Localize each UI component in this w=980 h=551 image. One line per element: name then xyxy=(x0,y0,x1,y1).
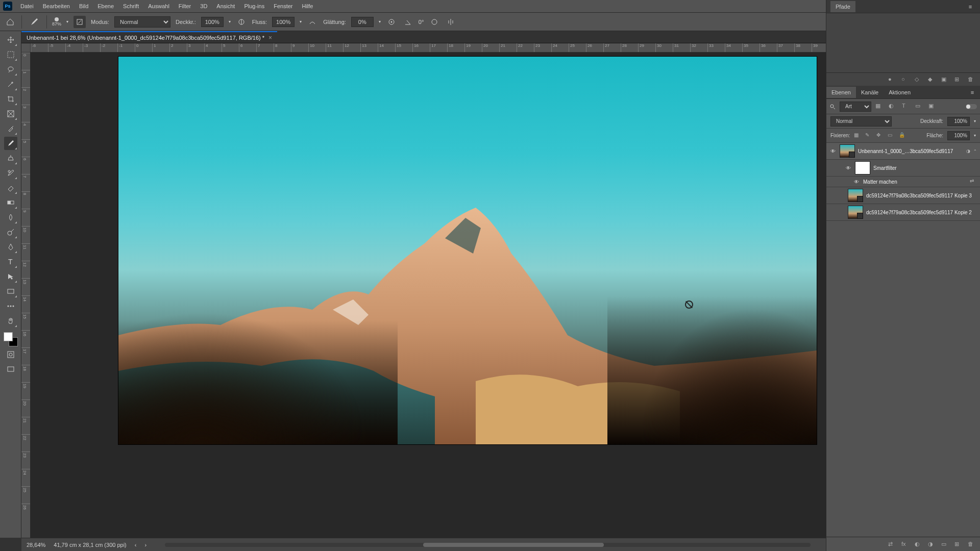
delete-layer-icon[interactable]: 🗑 xyxy=(968,541,975,548)
flow-dropdown[interactable]: ▾ xyxy=(300,19,302,24)
clone-stamp-tool[interactable] xyxy=(4,152,17,165)
move-tool[interactable] xyxy=(4,33,17,46)
new-path-icon[interactable]: ⊞ xyxy=(954,76,962,83)
smoothing-dropdown[interactable]: ▾ xyxy=(379,19,381,24)
new-layer-icon[interactable]: ⊞ xyxy=(954,541,962,548)
smoothing-input[interactable] xyxy=(351,17,374,27)
brush-preset-dropdown[interactable]: ▾ xyxy=(66,19,68,24)
eyedropper-tool[interactable] xyxy=(4,122,17,135)
horizontal-scrollbar[interactable] xyxy=(165,543,811,547)
horizontal-ruler[interactable]: -6-5-4-3-2-10123456789101112131415161718… xyxy=(31,43,826,53)
blend-mode-select[interactable]: Normal xyxy=(114,16,170,28)
lock-artboard-icon[interactable]: ▭ xyxy=(888,132,895,139)
marquee-tool[interactable] xyxy=(4,48,17,61)
ruler-origin[interactable] xyxy=(21,43,31,53)
filter-blend-icon[interactable]: ⇄ xyxy=(970,178,977,185)
menu-fenster[interactable]: Fenster xyxy=(270,2,297,11)
lock-position-icon[interactable]: ✥ xyxy=(876,132,884,139)
layer-blend-select[interactable]: Normal xyxy=(830,116,892,127)
menu-datei[interactable]: Datei xyxy=(16,2,38,11)
lock-pixels-icon[interactable]: ✎ xyxy=(865,132,872,139)
opacity-input[interactable] xyxy=(201,17,224,27)
layer-name[interactable]: Unbenannt-1_0000_…3bca509fec5d9117 xyxy=(858,148,963,154)
layer-thumbnail[interactable] xyxy=(848,189,863,202)
layer-expand-icon[interactable]: ⌃ xyxy=(973,149,977,154)
crop-tool[interactable] xyxy=(4,92,17,106)
menu-ansicht[interactable]: Ansicht xyxy=(212,2,239,11)
channels-tab[interactable]: Kanäle xyxy=(856,87,884,98)
filter-pixel-icon[interactable]: ▦ xyxy=(875,103,884,111)
frame-tool[interactable] xyxy=(4,107,17,120)
visibility-toggle[interactable]: 👁 xyxy=(845,164,852,171)
rectangle-tool[interactable] xyxy=(4,285,17,298)
path-select-tool[interactable] xyxy=(4,270,17,283)
quickmask-button[interactable] xyxy=(4,348,17,361)
filter-adjust-icon[interactable]: ◐ xyxy=(889,103,897,111)
path-to-selection-icon[interactable]: ◆ xyxy=(928,76,935,83)
layers-menu-icon[interactable]: ≡ xyxy=(969,87,980,98)
lasso-tool[interactable] xyxy=(4,63,17,76)
foreground-color[interactable] xyxy=(4,332,13,341)
fill-dropdown[interactable]: ▾ xyxy=(974,133,976,138)
blur-tool[interactable] xyxy=(4,211,17,224)
layer-list[interactable]: 👁 Unbenannt-1_0000_…3bca509fec5d9117 ◑ ⌃… xyxy=(826,143,980,537)
screenmode-button[interactable] xyxy=(4,363,17,376)
layer-mask-icon[interactable]: ◐ xyxy=(915,541,922,548)
opacity-dropdown[interactable]: ▾ xyxy=(229,19,231,24)
more-tools[interactable] xyxy=(4,299,17,313)
dodge-tool[interactable] xyxy=(4,226,17,239)
layer-thumbnail[interactable] xyxy=(848,206,863,219)
pressure-size-icon[interactable] xyxy=(429,16,440,28)
angle-icon[interactable] xyxy=(402,16,413,28)
filter-mask-thumbnail[interactable] xyxy=(855,161,870,174)
home-button[interactable] xyxy=(4,16,16,28)
group-layers-icon[interactable]: ▭ xyxy=(941,541,948,548)
document-tab[interactable]: Unbenannt-1 bei 28,6% (Unbenannt-1_0000_… xyxy=(21,31,277,43)
menu-bearbeiten[interactable]: Bearbeiten xyxy=(39,2,74,11)
paths-tab[interactable]: Pfade xyxy=(830,1,855,12)
brush-panel-button[interactable] xyxy=(74,16,86,28)
color-swatches[interactable] xyxy=(4,332,18,346)
filter-smart-icon[interactable]: ▣ xyxy=(928,103,937,111)
menu-filter[interactable]: Filter xyxy=(175,2,195,11)
fill-input[interactable] xyxy=(947,131,970,140)
airbrush-icon[interactable] xyxy=(307,16,318,28)
document-info[interactable]: 41,79 cm x 28,1 cm (300 ppi) xyxy=(54,542,126,548)
hand-tool[interactable] xyxy=(4,314,17,328)
zoom-level[interactable]: 28,64% xyxy=(27,542,45,548)
menu-auswahl[interactable]: Auswahl xyxy=(144,2,174,11)
canvas-area[interactable]: -6-5-4-3-2-10123456789101112131415161718… xyxy=(21,43,826,538)
info-next-icon[interactable]: › xyxy=(144,542,146,548)
vertical-ruler[interactable]: 0123456789101112131415161718192021222324… xyxy=(21,53,31,538)
lock-transparency-icon[interactable]: ▦ xyxy=(854,132,861,139)
filter-item-row[interactable]: 👁 Matter machen ⇄ xyxy=(826,177,980,187)
layer-filter-select[interactable]: Art xyxy=(840,102,871,112)
history-brush-tool[interactable] xyxy=(4,166,17,180)
visibility-toggle[interactable] xyxy=(838,209,845,216)
eraser-tool[interactable] xyxy=(4,181,17,194)
delete-path-icon[interactable]: 🗑 xyxy=(968,76,975,83)
info-prev-icon[interactable]: ‹ xyxy=(135,542,137,548)
filter-name[interactable]: Matter machen xyxy=(863,179,967,185)
magic-wand-tool[interactable] xyxy=(4,78,17,91)
menu-hilfe[interactable]: Hilfe xyxy=(298,2,317,11)
smoothing-options-icon[interactable] xyxy=(386,16,397,28)
lock-all-icon[interactable]: 🔒 xyxy=(899,132,906,139)
brush-size-picker[interactable]: 87% xyxy=(52,17,61,27)
layer-name[interactable]: dc59124e7f79a08c3bca509fec5d9117 Kopie 3 xyxy=(866,193,977,198)
layer-opacity-input[interactable] xyxy=(947,117,970,126)
fill-path-icon[interactable]: ● xyxy=(888,76,895,83)
paths-panel-body[interactable] xyxy=(826,13,980,72)
smartfilter-row[interactable]: 👁 Smartfilter xyxy=(826,160,980,177)
document-canvas[interactable] xyxy=(118,57,817,444)
visibility-toggle[interactable]: 👁 xyxy=(829,147,837,155)
layer-row[interactable]: dc59124e7f79a08c3bca509fec5d9117 Kopie 3 xyxy=(826,187,980,204)
panel-menu-icon[interactable]: ≡ xyxy=(965,1,976,12)
visibility-toggle[interactable] xyxy=(838,192,845,199)
link-layers-icon[interactable]: ⇄ xyxy=(888,541,895,548)
layer-row[interactable]: 👁 Unbenannt-1_0000_…3bca509fec5d9117 ◑ ⌃ xyxy=(826,143,980,160)
menu-ebene[interactable]: Ebene xyxy=(93,2,118,11)
layer-thumbnail[interactable] xyxy=(840,144,855,158)
mask-from-path-icon[interactable]: ▣ xyxy=(941,76,948,83)
actions-tab[interactable]: Aktionen xyxy=(884,87,916,98)
